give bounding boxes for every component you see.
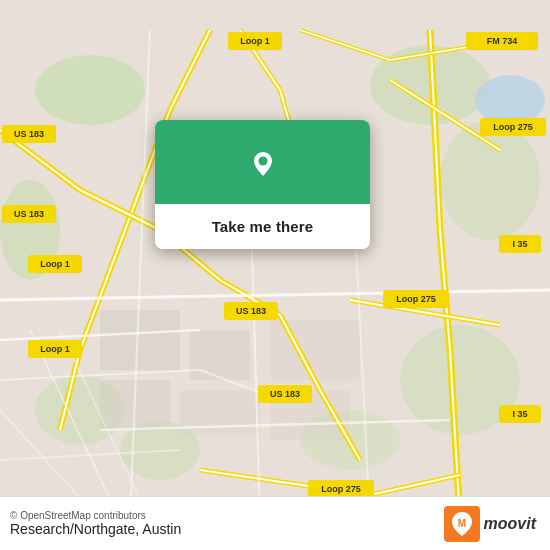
svg-text:FM 734: FM 734	[487, 36, 518, 46]
svg-point-9	[475, 75, 545, 125]
moovit-brand-text: moovit	[484, 515, 536, 533]
location-title: Research/Northgate, Austin	[10, 521, 181, 537]
svg-text:Loop 1: Loop 1	[40, 259, 70, 269]
map-svg: FM 734 Loop 1 US 183 Loop 275 US 183 Loo…	[0, 0, 550, 550]
svg-rect-14	[270, 320, 360, 380]
svg-text:US 183: US 183	[14, 129, 44, 139]
svg-text:M: M	[457, 518, 465, 529]
location-pin-icon	[241, 142, 285, 186]
svg-rect-10	[100, 310, 180, 370]
svg-text:Loop 1: Loop 1	[40, 344, 70, 354]
svg-text:Loop 275: Loop 275	[493, 122, 533, 132]
popup-card: Take me there	[155, 120, 370, 249]
svg-rect-11	[190, 330, 250, 380]
svg-point-1	[35, 55, 145, 125]
svg-text:US 183: US 183	[14, 209, 44, 219]
take-me-there-button[interactable]: Take me there	[155, 204, 370, 249]
map-container: FM 734 Loop 1 US 183 Loop 275 US 183 Loo…	[0, 0, 550, 550]
svg-point-3	[440, 120, 540, 240]
svg-point-101	[258, 157, 267, 166]
svg-text:I 35: I 35	[512, 409, 527, 419]
copyright-text: © OpenStreetMap contributors	[10, 510, 181, 521]
moovit-logo-icon: M	[444, 506, 480, 542]
svg-text:Loop 275: Loop 275	[321, 484, 361, 494]
svg-text:Loop 1: Loop 1	[240, 36, 270, 46]
popup-top-green	[155, 120, 370, 204]
bottom-bar: © OpenStreetMap contributors Research/No…	[0, 496, 550, 550]
moovit-logo: M moovit	[444, 506, 536, 542]
svg-text:US 183: US 183	[236, 306, 266, 316]
svg-text:US 183: US 183	[270, 389, 300, 399]
bottom-left-info: © OpenStreetMap contributors Research/No…	[10, 510, 181, 537]
svg-text:I 35: I 35	[512, 239, 527, 249]
svg-text:Loop 275: Loop 275	[396, 294, 436, 304]
